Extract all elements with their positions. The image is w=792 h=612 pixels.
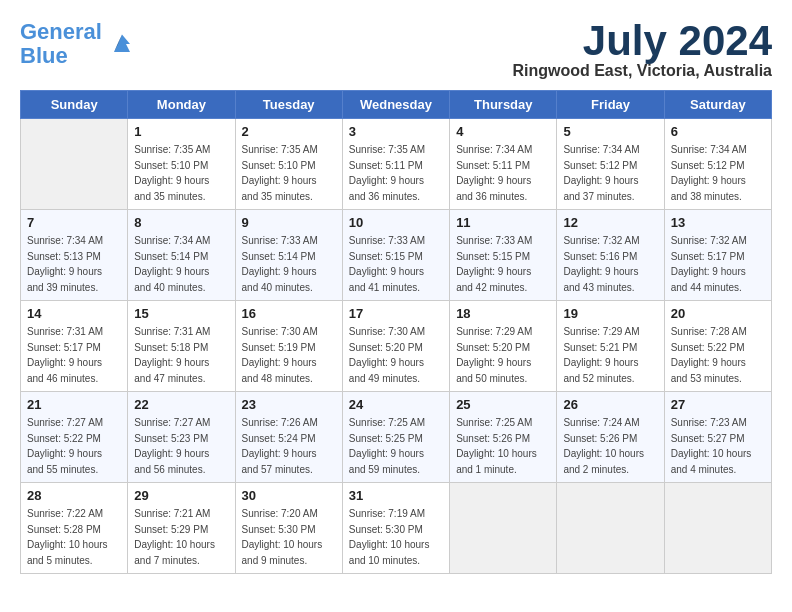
calendar-cell: 10Sunrise: 7:33 AM Sunset: 5:15 PM Dayli… bbox=[342, 210, 449, 301]
day-number: 5 bbox=[563, 124, 658, 139]
day-number: 10 bbox=[349, 215, 444, 230]
calendar-cell bbox=[557, 483, 664, 574]
day-number: 31 bbox=[349, 488, 444, 503]
day-info: Sunrise: 7:29 AM Sunset: 5:21 PM Dayligh… bbox=[563, 324, 658, 386]
calendar-cell: 13Sunrise: 7:32 AM Sunset: 5:17 PM Dayli… bbox=[664, 210, 771, 301]
page-header: General Blue July 2024 Ringwood East, Vi… bbox=[20, 20, 772, 80]
day-number: 12 bbox=[563, 215, 658, 230]
day-number: 19 bbox=[563, 306, 658, 321]
calendar-cell: 31Sunrise: 7:19 AM Sunset: 5:30 PM Dayli… bbox=[342, 483, 449, 574]
day-info: Sunrise: 7:34 AM Sunset: 5:14 PM Dayligh… bbox=[134, 233, 229, 295]
day-info: Sunrise: 7:32 AM Sunset: 5:16 PM Dayligh… bbox=[563, 233, 658, 295]
day-number: 23 bbox=[242, 397, 337, 412]
day-info: Sunrise: 7:32 AM Sunset: 5:17 PM Dayligh… bbox=[671, 233, 766, 295]
day-number: 29 bbox=[134, 488, 229, 503]
calendar-week-row: 7Sunrise: 7:34 AM Sunset: 5:13 PM Daylig… bbox=[21, 210, 772, 301]
calendar-cell: 15Sunrise: 7:31 AM Sunset: 5:18 PM Dayli… bbox=[128, 301, 235, 392]
calendar-cell: 30Sunrise: 7:20 AM Sunset: 5:30 PM Dayli… bbox=[235, 483, 342, 574]
calendar-cell: 22Sunrise: 7:27 AM Sunset: 5:23 PM Dayli… bbox=[128, 392, 235, 483]
day-info: Sunrise: 7:26 AM Sunset: 5:24 PM Dayligh… bbox=[242, 415, 337, 477]
calendar-cell: 23Sunrise: 7:26 AM Sunset: 5:24 PM Dayli… bbox=[235, 392, 342, 483]
day-number: 4 bbox=[456, 124, 551, 139]
day-info: Sunrise: 7:34 AM Sunset: 5:11 PM Dayligh… bbox=[456, 142, 551, 204]
calendar-cell: 5Sunrise: 7:34 AM Sunset: 5:12 PM Daylig… bbox=[557, 119, 664, 210]
day-info: Sunrise: 7:34 AM Sunset: 5:13 PM Dayligh… bbox=[27, 233, 122, 295]
title-block: July 2024 Ringwood East, Victoria, Austr… bbox=[512, 20, 772, 80]
day-number: 11 bbox=[456, 215, 551, 230]
calendar-cell: 28Sunrise: 7:22 AM Sunset: 5:28 PM Dayli… bbox=[21, 483, 128, 574]
day-info: Sunrise: 7:24 AM Sunset: 5:26 PM Dayligh… bbox=[563, 415, 658, 477]
calendar-cell: 12Sunrise: 7:32 AM Sunset: 5:16 PM Dayli… bbox=[557, 210, 664, 301]
calendar-cell: 1Sunrise: 7:35 AM Sunset: 5:10 PM Daylig… bbox=[128, 119, 235, 210]
day-number: 30 bbox=[242, 488, 337, 503]
calendar-cell bbox=[21, 119, 128, 210]
day-number: 22 bbox=[134, 397, 229, 412]
calendar-cell: 11Sunrise: 7:33 AM Sunset: 5:15 PM Dayli… bbox=[450, 210, 557, 301]
day-number: 13 bbox=[671, 215, 766, 230]
weekday-header: Friday bbox=[557, 91, 664, 119]
day-info: Sunrise: 7:20 AM Sunset: 5:30 PM Dayligh… bbox=[242, 506, 337, 568]
calendar-week-row: 28Sunrise: 7:22 AM Sunset: 5:28 PM Dayli… bbox=[21, 483, 772, 574]
day-info: Sunrise: 7:35 AM Sunset: 5:10 PM Dayligh… bbox=[134, 142, 229, 204]
day-info: Sunrise: 7:35 AM Sunset: 5:10 PM Dayligh… bbox=[242, 142, 337, 204]
weekday-header-row: SundayMondayTuesdayWednesdayThursdayFrid… bbox=[21, 91, 772, 119]
weekday-header: Monday bbox=[128, 91, 235, 119]
calendar-cell: 24Sunrise: 7:25 AM Sunset: 5:25 PM Dayli… bbox=[342, 392, 449, 483]
day-info: Sunrise: 7:25 AM Sunset: 5:26 PM Dayligh… bbox=[456, 415, 551, 477]
day-info: Sunrise: 7:21 AM Sunset: 5:29 PM Dayligh… bbox=[134, 506, 229, 568]
day-number: 18 bbox=[456, 306, 551, 321]
day-number: 3 bbox=[349, 124, 444, 139]
day-number: 6 bbox=[671, 124, 766, 139]
day-info: Sunrise: 7:33 AM Sunset: 5:14 PM Dayligh… bbox=[242, 233, 337, 295]
calendar-table: SundayMondayTuesdayWednesdayThursdayFrid… bbox=[20, 90, 772, 574]
calendar-cell: 6Sunrise: 7:34 AM Sunset: 5:12 PM Daylig… bbox=[664, 119, 771, 210]
day-number: 28 bbox=[27, 488, 122, 503]
calendar-cell: 8Sunrise: 7:34 AM Sunset: 5:14 PM Daylig… bbox=[128, 210, 235, 301]
logo-icon bbox=[106, 28, 138, 60]
weekday-header: Saturday bbox=[664, 91, 771, 119]
day-number: 8 bbox=[134, 215, 229, 230]
calendar-cell bbox=[664, 483, 771, 574]
logo: General Blue bbox=[20, 20, 138, 68]
calendar-cell: 27Sunrise: 7:23 AM Sunset: 5:27 PM Dayli… bbox=[664, 392, 771, 483]
day-number: 21 bbox=[27, 397, 122, 412]
day-number: 7 bbox=[27, 215, 122, 230]
day-info: Sunrise: 7:23 AM Sunset: 5:27 PM Dayligh… bbox=[671, 415, 766, 477]
day-number: 15 bbox=[134, 306, 229, 321]
calendar-week-row: 1Sunrise: 7:35 AM Sunset: 5:10 PM Daylig… bbox=[21, 119, 772, 210]
day-number: 9 bbox=[242, 215, 337, 230]
day-info: Sunrise: 7:34 AM Sunset: 5:12 PM Dayligh… bbox=[563, 142, 658, 204]
day-info: Sunrise: 7:33 AM Sunset: 5:15 PM Dayligh… bbox=[349, 233, 444, 295]
weekday-header: Wednesday bbox=[342, 91, 449, 119]
day-info: Sunrise: 7:22 AM Sunset: 5:28 PM Dayligh… bbox=[27, 506, 122, 568]
day-number: 2 bbox=[242, 124, 337, 139]
day-info: Sunrise: 7:29 AM Sunset: 5:20 PM Dayligh… bbox=[456, 324, 551, 386]
day-info: Sunrise: 7:28 AM Sunset: 5:22 PM Dayligh… bbox=[671, 324, 766, 386]
calendar-cell: 20Sunrise: 7:28 AM Sunset: 5:22 PM Dayli… bbox=[664, 301, 771, 392]
calendar-cell: 9Sunrise: 7:33 AM Sunset: 5:14 PM Daylig… bbox=[235, 210, 342, 301]
day-info: Sunrise: 7:30 AM Sunset: 5:20 PM Dayligh… bbox=[349, 324, 444, 386]
day-info: Sunrise: 7:19 AM Sunset: 5:30 PM Dayligh… bbox=[349, 506, 444, 568]
location: Ringwood East, Victoria, Australia bbox=[512, 62, 772, 80]
day-info: Sunrise: 7:30 AM Sunset: 5:19 PM Dayligh… bbox=[242, 324, 337, 386]
day-info: Sunrise: 7:31 AM Sunset: 5:17 PM Dayligh… bbox=[27, 324, 122, 386]
calendar-cell: 21Sunrise: 7:27 AM Sunset: 5:22 PM Dayli… bbox=[21, 392, 128, 483]
day-info: Sunrise: 7:34 AM Sunset: 5:12 PM Dayligh… bbox=[671, 142, 766, 204]
calendar-cell: 4Sunrise: 7:34 AM Sunset: 5:11 PM Daylig… bbox=[450, 119, 557, 210]
day-number: 25 bbox=[456, 397, 551, 412]
day-info: Sunrise: 7:27 AM Sunset: 5:23 PM Dayligh… bbox=[134, 415, 229, 477]
calendar-cell: 18Sunrise: 7:29 AM Sunset: 5:20 PM Dayli… bbox=[450, 301, 557, 392]
month-title: July 2024 bbox=[512, 20, 772, 62]
weekday-header: Thursday bbox=[450, 91, 557, 119]
weekday-header: Tuesday bbox=[235, 91, 342, 119]
day-number: 14 bbox=[27, 306, 122, 321]
day-info: Sunrise: 7:33 AM Sunset: 5:15 PM Dayligh… bbox=[456, 233, 551, 295]
day-info: Sunrise: 7:35 AM Sunset: 5:11 PM Dayligh… bbox=[349, 142, 444, 204]
calendar-cell: 19Sunrise: 7:29 AM Sunset: 5:21 PM Dayli… bbox=[557, 301, 664, 392]
day-number: 1 bbox=[134, 124, 229, 139]
day-number: 20 bbox=[671, 306, 766, 321]
svg-marker-0 bbox=[114, 35, 130, 53]
calendar-cell bbox=[450, 483, 557, 574]
calendar-week-row: 14Sunrise: 7:31 AM Sunset: 5:17 PM Dayli… bbox=[21, 301, 772, 392]
calendar-cell: 14Sunrise: 7:31 AM Sunset: 5:17 PM Dayli… bbox=[21, 301, 128, 392]
